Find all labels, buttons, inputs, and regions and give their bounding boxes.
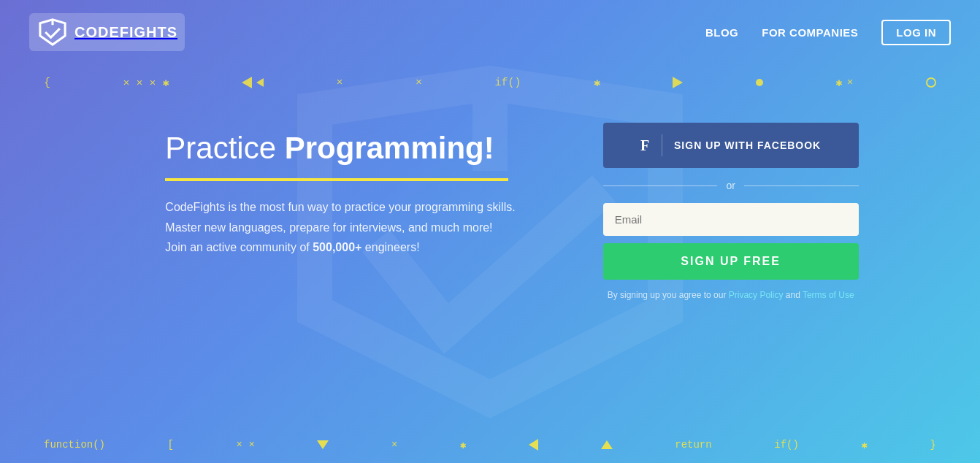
hero-title-normal: Practice bbox=[165, 131, 284, 165]
symbol-x-bottom: × bbox=[391, 439, 397, 451]
hero-user-count: 500,000+ bbox=[313, 241, 361, 253]
hero-desc-line3-suffix: engineers! bbox=[361, 241, 419, 253]
symbol-return: return bbox=[675, 439, 711, 451]
for-companies-link[interactable]: FOR COMPANIES bbox=[762, 26, 858, 39]
symbol-star-bottom2: ✱ bbox=[861, 439, 867, 451]
terms-and: and bbox=[783, 290, 802, 300]
or-label: or bbox=[726, 180, 735, 191]
terms-of-use-link[interactable]: Terms of Use bbox=[803, 290, 854, 300]
symbol-triangle-left-1 bbox=[242, 77, 264, 88]
symbol-triangle-down bbox=[317, 440, 329, 449]
signup-form: f SIGN UP WITH FACEBOOK or SIGN UP FREE … bbox=[603, 123, 859, 302]
symbol-function: function() bbox=[44, 439, 105, 451]
main-content: Practice Programming! CodeFights is the … bbox=[0, 101, 980, 316]
terms-prefix: By signing up you agree to our bbox=[608, 290, 729, 300]
symbol-if-bottom: if() bbox=[774, 439, 799, 451]
email-input[interactable] bbox=[603, 203, 859, 236]
facebook-button-label: SIGN UP WITH FACEBOOK bbox=[674, 139, 821, 151]
hero-title-bold: Programming! bbox=[285, 131, 494, 165]
logo-link[interactable]: CODEFIGHTS bbox=[29, 13, 185, 51]
symbol-brace-close: } bbox=[930, 439, 935, 451]
symbol-circle-outline bbox=[926, 77, 936, 88]
symbol-brace-open: { bbox=[44, 77, 50, 89]
hero-description: CodeFights is the most fun way to practi… bbox=[165, 197, 515, 257]
privacy-policy-link[interactable]: Privacy Policy bbox=[729, 290, 784, 300]
triangle-left-icon-2 bbox=[256, 78, 264, 87]
triangle-left-icon-1 bbox=[242, 77, 252, 88]
hero-title: Practice Programming! bbox=[165, 130, 515, 167]
logo-text: CODEFIGHTS bbox=[74, 24, 177, 41]
hero-section: Practice Programming! CodeFights is the … bbox=[165, 123, 515, 257]
navbar: CODEFIGHTS BLOG FOR COMPANIES LOG IN bbox=[0, 0, 980, 64]
symbol-star-bottom: ✱ bbox=[460, 439, 466, 451]
nav-links: BLOG FOR COMPANIES LOG IN bbox=[705, 20, 951, 45]
symbol-double-x: × × bbox=[237, 439, 255, 451]
signup-button-label: SIGN UP FREE bbox=[681, 255, 781, 267]
hero-desc-line2: Master new languages, prepare for interv… bbox=[165, 221, 492, 234]
symbols-bottom-row: function() [ × × × ✱ return if() ✱ } bbox=[0, 426, 980, 463]
symbol-triangle-up bbox=[601, 440, 613, 449]
symbol-triangle-left-bottom bbox=[529, 439, 538, 451]
terms-text: By signing up you agree to our Privacy P… bbox=[603, 288, 859, 302]
signup-free-button[interactable]: SIGN UP FREE bbox=[603, 243, 859, 280]
facebook-icon: f bbox=[640, 134, 662, 156]
login-button[interactable]: LOG IN bbox=[881, 20, 951, 45]
hero-desc-line3-prefix: Join an active community of bbox=[165, 241, 313, 253]
hero-desc-line1: CodeFights is the most fun way to practi… bbox=[165, 201, 515, 213]
hero-underline bbox=[165, 178, 508, 181]
or-divider: or bbox=[603, 180, 859, 191]
symbol-crosses-star: × × × ✱ bbox=[123, 76, 169, 90]
logo-icon bbox=[37, 16, 69, 48]
symbol-bracket-open: [ bbox=[168, 439, 174, 451]
blog-link[interactable]: BLOG bbox=[705, 26, 738, 39]
facebook-signup-button[interactable]: f SIGN UP WITH FACEBOOK bbox=[603, 123, 859, 168]
symbol-circle bbox=[756, 79, 763, 86]
symbol-star-x: ✱ × bbox=[835, 76, 853, 90]
